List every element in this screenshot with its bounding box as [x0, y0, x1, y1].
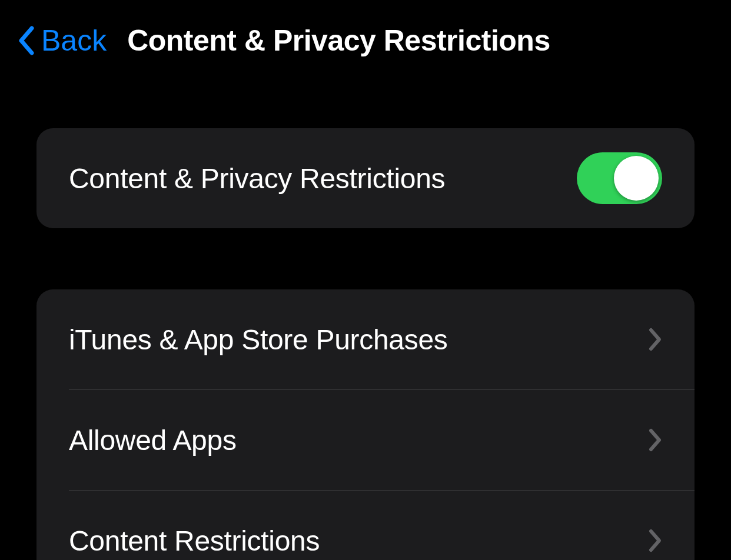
- chevron-right-icon: [648, 327, 662, 352]
- row-label: Allowed Apps: [69, 424, 237, 456]
- back-button[interactable]: Back: [18, 24, 107, 58]
- content-privacy-toggle[interactable]: [577, 152, 662, 204]
- chevron-left-icon: [18, 25, 35, 56]
- row-label: Content Restrictions: [69, 525, 320, 557]
- back-label: Back: [41, 24, 107, 58]
- allowed-apps-row[interactable]: Allowed Apps: [36, 390, 695, 490]
- links-panel: iTunes & App Store Purchases Allowed App…: [36, 289, 695, 560]
- content-area: Content & Privacy Restrictions iTunes & …: [0, 69, 731, 560]
- content-privacy-toggle-row[interactable]: Content & Privacy Restrictions: [36, 128, 695, 228]
- content-restrictions-row[interactable]: Content Restrictions: [36, 491, 695, 560]
- toggle-panel: Content & Privacy Restrictions: [36, 128, 695, 228]
- row-label: iTunes & App Store Purchases: [69, 324, 448, 356]
- page-title: Content & Privacy Restrictions: [127, 24, 550, 58]
- itunes-app-store-purchases-row[interactable]: iTunes & App Store Purchases: [36, 289, 695, 389]
- toggle-knob: [614, 156, 659, 201]
- header: Back Content & Privacy Restrictions: [0, 0, 731, 69]
- chevron-right-icon: [648, 528, 662, 553]
- chevron-right-icon: [648, 428, 662, 452]
- toggle-row-label: Content & Privacy Restrictions: [69, 162, 445, 195]
